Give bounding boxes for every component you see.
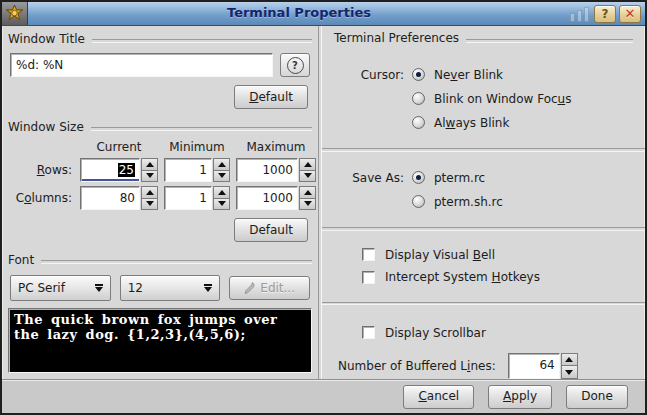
spin-up-button[interactable] <box>299 186 316 199</box>
column-header-maximum: Maximum <box>236 140 316 154</box>
spin-down-button[interactable] <box>141 199 158 211</box>
done-button[interactable]: Done <box>566 385 628 409</box>
columns-current-spinbox[interactable]: 80 <box>80 186 158 210</box>
terminal-properties-dialog: Terminal Properties ? ✕ Window Title ? <box>0 0 647 415</box>
window-size-default-button[interactable]: Default <box>234 218 308 242</box>
cursor-label: Cursor: <box>336 63 404 135</box>
rows-maximum-spinbox[interactable]: 1000 <box>236 158 316 182</box>
close-icon: ✕ <box>625 7 636 20</box>
checkbox-label: Intercept System Hotkeys <box>385 270 540 284</box>
radio-always-blink[interactable]: Always Blink <box>412 111 571 135</box>
spin-down-button[interactable] <box>299 171 316 183</box>
checkbox-intercept-system-hotkeys[interactable]: Intercept System Hotkeys <box>362 266 633 289</box>
rows-current-spinbox[interactable]: 25 <box>80 158 158 182</box>
up-arrow-icon <box>565 357 573 362</box>
button-bar: Cancel Apply Done <box>2 379 645 413</box>
spin-up-button[interactable] <box>141 186 158 199</box>
rows-minimum-spinbox[interactable]: 1 <box>164 158 230 182</box>
gold-star-app-icon <box>6 5 23 22</box>
dialog-content: Window Title ? Default Window Size Curre… <box>2 26 645 379</box>
group-title: Window Title <box>8 32 92 46</box>
titlebar[interactable]: Terminal Properties ? ✕ <box>2 2 645 26</box>
pen-icon <box>244 282 255 294</box>
checkbox-icon <box>362 271 375 284</box>
buffered-lines-label: Number of Buffered Lines: <box>338 359 496 373</box>
spin-up-button[interactable] <box>561 353 578 367</box>
window-size-group-header: Window Size <box>8 118 312 135</box>
window-menu-button[interactable] <box>2 2 28 25</box>
radio-icon <box>412 68 425 81</box>
down-arrow-icon <box>304 201 312 206</box>
down-arrow-icon <box>146 201 154 206</box>
save-as-label: Save As: <box>336 166 404 214</box>
window-title-default-button[interactable]: Default <box>234 85 308 109</box>
terminal-preferences-group-header: Terminal Preferences <box>334 30 633 47</box>
radio-label: Always Blink <box>434 116 509 130</box>
checkbox-label: Display Scrollbar <box>385 326 486 340</box>
window-title-input[interactable] <box>10 53 273 77</box>
radio-icon <box>412 116 425 129</box>
window-title-group-header: Window Title <box>8 30 312 47</box>
right-panel: Terminal Preferences Cursor: Never Blink… <box>322 26 645 379</box>
titlebar-grip-decoration <box>570 2 594 25</box>
spin-down-button[interactable] <box>213 199 230 211</box>
down-arrow-icon <box>304 173 312 178</box>
checkbox-label: Display Visual Bell <box>385 248 495 262</box>
radio-pterm-sh-rc[interactable]: pterm.sh.rc <box>412 190 503 214</box>
spin-down-button[interactable] <box>141 171 158 183</box>
window-title: Terminal Properties <box>28 2 570 25</box>
up-arrow-icon <box>304 190 312 195</box>
group-title: Terminal Preferences <box>334 31 466 45</box>
header-rule <box>41 260 312 264</box>
spin-down-button[interactable] <box>213 171 230 183</box>
font-family-combobox[interactable]: PC Serif <box>10 275 111 301</box>
checkbox-display-scrollbar[interactable]: Display Scrollbar <box>362 321 633 344</box>
group-title: Font <box>8 253 41 267</box>
cancel-button[interactable]: Cancel <box>403 385 474 409</box>
up-arrow-icon <box>304 162 312 167</box>
separator <box>322 227 645 231</box>
header-rule <box>466 39 633 43</box>
font-edit-button[interactable]: Edit... <box>229 276 310 300</box>
radio-blink-on-window-focus[interactable]: Blink on Window Focus <box>412 87 571 111</box>
save-as-radio-group: pterm.rc pterm.sh.rc <box>412 166 503 214</box>
spin-up-button[interactable] <box>213 158 230 171</box>
header-rule <box>92 39 312 43</box>
chevron-down-icon <box>204 284 214 292</box>
spin-down-button[interactable] <box>561 366 578 379</box>
spin-up-button[interactable] <box>213 186 230 199</box>
radio-pterm-rc[interactable]: pterm.rc <box>412 166 503 190</box>
apply-button[interactable]: Apply <box>488 385 552 409</box>
spin-up-button[interactable] <box>141 158 158 171</box>
columns-label: Columns: <box>12 191 74 205</box>
font-size-combobox[interactable]: 12 <box>120 275 221 301</box>
down-arrow-icon <box>146 173 154 178</box>
cursor-radio-group: Never Blink Blink on Window Focus Always… <box>412 63 571 135</box>
radio-icon <box>412 195 425 208</box>
buffered-lines-spinbox[interactable]: 64 <box>508 353 578 379</box>
window-size-grid: Current Minimum Maximum Rows: 25 1 <box>8 140 312 210</box>
whats-this-button[interactable]: ? <box>280 53 310 77</box>
spin-down-button[interactable] <box>299 199 316 211</box>
radio-label: Never Blink <box>434 68 503 82</box>
checkbox-icon <box>362 248 375 261</box>
spin-up-button[interactable] <box>299 158 316 171</box>
down-arrow-icon <box>565 370 573 375</box>
separator <box>322 148 645 152</box>
help-icon: ? <box>602 7 609 21</box>
separator <box>322 302 645 306</box>
columns-minimum-spinbox[interactable]: 1 <box>164 186 230 210</box>
up-arrow-icon <box>146 162 154 167</box>
checkbox-icon <box>362 326 375 339</box>
column-header-minimum: Minimum <box>164 140 230 154</box>
close-button[interactable]: ✕ <box>619 5 641 23</box>
down-arrow-icon <box>218 173 226 178</box>
checkbox-display-visual-bell[interactable]: Display Visual Bell <box>362 244 633 267</box>
up-arrow-icon <box>218 162 226 167</box>
radio-never-blink[interactable]: Never Blink <box>412 63 571 87</box>
help-button[interactable]: ? <box>594 5 616 23</box>
selected-value: 25 <box>118 163 135 177</box>
up-arrow-icon <box>218 190 226 195</box>
question-circle-icon: ? <box>287 57 304 74</box>
columns-maximum-spinbox[interactable]: 1000 <box>236 186 316 210</box>
